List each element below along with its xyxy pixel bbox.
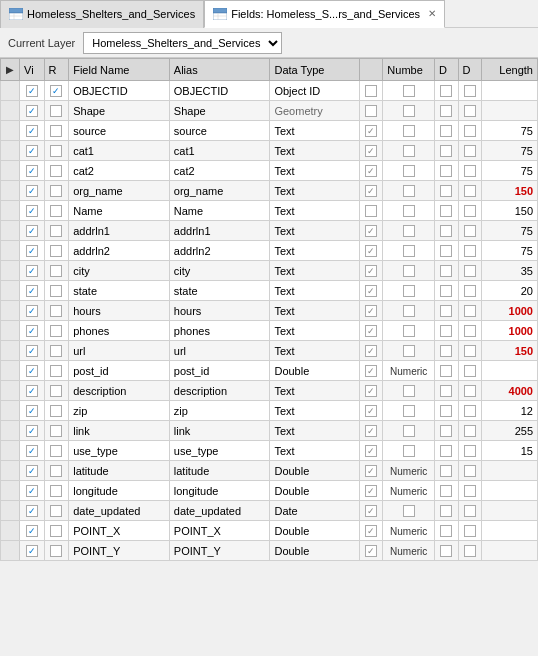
row-expand[interactable] (1, 441, 20, 461)
numeric-cell[interactable] (383, 101, 435, 121)
d2-checkbox[interactable] (464, 185, 476, 197)
r-cell[interactable] (44, 541, 69, 561)
numeric-cell[interactable]: Numeric (383, 541, 435, 561)
d2-cell[interactable] (458, 341, 481, 361)
d2-checkbox[interactable] (464, 345, 476, 357)
nb1-cell[interactable] (359, 441, 382, 461)
row-expand[interactable] (1, 141, 20, 161)
vi-cell[interactable] (20, 501, 45, 521)
row-expand[interactable] (1, 281, 20, 301)
d1-cell[interactable] (435, 201, 458, 221)
nb2-checkbox[interactable] (403, 325, 415, 337)
row-expand[interactable] (1, 481, 20, 501)
header-numbe[interactable]: Numbe (383, 59, 435, 81)
d1-checkbox[interactable] (440, 105, 452, 117)
d1-cell[interactable] (435, 461, 458, 481)
d1-cell[interactable] (435, 541, 458, 561)
d2-checkbox[interactable] (464, 465, 476, 477)
d1-checkbox[interactable] (440, 205, 452, 217)
vi-checkbox[interactable] (26, 405, 38, 417)
d2-cell[interactable] (458, 181, 481, 201)
numeric-cell[interactable] (383, 181, 435, 201)
nb1-checkbox[interactable] (365, 385, 377, 397)
d2-cell[interactable] (458, 141, 481, 161)
numeric-cell[interactable] (383, 421, 435, 441)
d2-checkbox[interactable] (464, 525, 476, 537)
r-cell[interactable] (44, 241, 69, 261)
d2-checkbox[interactable] (464, 265, 476, 277)
vi-cell[interactable] (20, 461, 45, 481)
vi-checkbox[interactable] (26, 185, 38, 197)
header-length[interactable]: Length (481, 59, 537, 81)
numeric-cell[interactable] (383, 441, 435, 461)
vi-checkbox[interactable] (26, 485, 38, 497)
r-cell[interactable] (44, 301, 69, 321)
vi-checkbox[interactable] (26, 385, 38, 397)
r-cell[interactable] (44, 521, 69, 541)
d1-checkbox[interactable] (440, 525, 452, 537)
r-cell[interactable] (44, 221, 69, 241)
vi-checkbox[interactable] (26, 545, 38, 557)
d2-cell[interactable] (458, 281, 481, 301)
tab2-close-icon[interactable]: ✕ (428, 8, 436, 19)
nb2-checkbox[interactable] (403, 225, 415, 237)
vi-cell[interactable] (20, 181, 45, 201)
d2-checkbox[interactable] (464, 445, 476, 457)
d1-checkbox[interactable] (440, 245, 452, 257)
nb1-checkbox[interactable] (365, 105, 377, 117)
d2-checkbox[interactable] (464, 425, 476, 437)
nb2-checkbox[interactable] (403, 205, 415, 217)
header-alias[interactable]: Alias (169, 59, 270, 81)
r-cell[interactable] (44, 501, 69, 521)
vi-cell[interactable] (20, 441, 45, 461)
vi-checkbox[interactable] (26, 345, 38, 357)
d1-cell[interactable] (435, 501, 458, 521)
nb1-checkbox[interactable] (365, 465, 377, 477)
nb1-cell[interactable] (359, 521, 382, 541)
d2-cell[interactable] (458, 81, 481, 101)
d2-checkbox[interactable] (464, 105, 476, 117)
d2-cell[interactable] (458, 261, 481, 281)
d2-cell[interactable] (458, 521, 481, 541)
r-cell[interactable] (44, 181, 69, 201)
r-checkbox[interactable] (50, 385, 62, 397)
d1-checkbox[interactable] (440, 505, 452, 517)
d1-cell[interactable] (435, 141, 458, 161)
nb1-checkbox[interactable] (365, 405, 377, 417)
d2-cell[interactable] (458, 481, 481, 501)
d2-cell[interactable] (458, 361, 481, 381)
r-checkbox[interactable] (50, 525, 62, 537)
vi-checkbox[interactable] (26, 225, 38, 237)
d2-cell[interactable] (458, 541, 481, 561)
nb2-checkbox[interactable] (403, 285, 415, 297)
d1-checkbox[interactable] (440, 225, 452, 237)
d1-cell[interactable] (435, 421, 458, 441)
d2-cell[interactable] (458, 301, 481, 321)
row-expand[interactable] (1, 361, 20, 381)
d2-cell[interactable] (458, 321, 481, 341)
d1-cell[interactable] (435, 81, 458, 101)
row-expand[interactable] (1, 541, 20, 561)
d1-cell[interactable] (435, 261, 458, 281)
nb1-checkbox[interactable] (365, 345, 377, 357)
d2-cell[interactable] (458, 461, 481, 481)
numeric-cell[interactable] (383, 121, 435, 141)
nb2-checkbox[interactable] (403, 185, 415, 197)
d2-cell[interactable] (458, 101, 481, 121)
d2-checkbox[interactable] (464, 205, 476, 217)
nb1-cell[interactable] (359, 181, 382, 201)
nb1-cell[interactable] (359, 261, 382, 281)
vi-cell[interactable] (20, 81, 45, 101)
d2-checkbox[interactable] (464, 405, 476, 417)
row-expand[interactable] (1, 161, 20, 181)
d1-cell[interactable] (435, 441, 458, 461)
d2-cell[interactable] (458, 221, 481, 241)
d1-checkbox[interactable] (440, 425, 452, 437)
d2-checkbox[interactable] (464, 325, 476, 337)
d1-cell[interactable] (435, 121, 458, 141)
vi-checkbox[interactable] (26, 205, 38, 217)
d1-cell[interactable] (435, 401, 458, 421)
row-expand[interactable] (1, 381, 20, 401)
nb1-cell[interactable] (359, 401, 382, 421)
nb1-cell[interactable] (359, 141, 382, 161)
